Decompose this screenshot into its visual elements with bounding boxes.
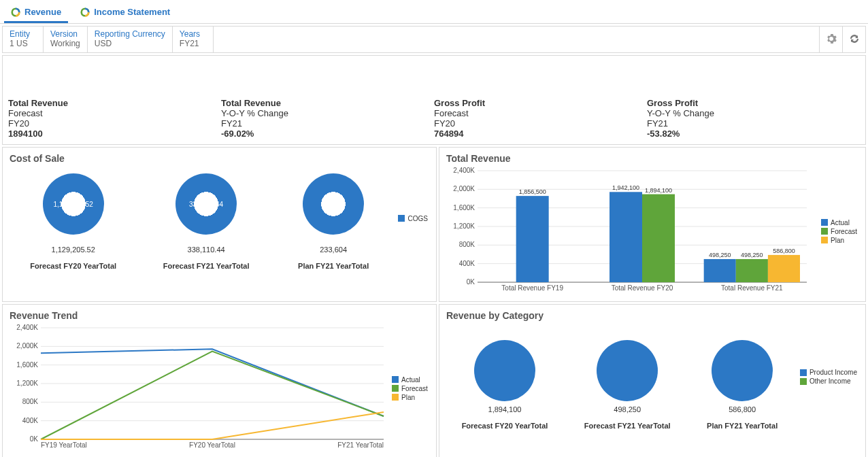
donut-chart: 1,129,205.52 bbox=[43, 173, 104, 235]
svg-text:FY19 YearTotal: FY19 YearTotal bbox=[41, 441, 87, 449]
kpi-title: Total Revenue bbox=[8, 98, 214, 108]
donut-value-label: 1,129,205.52 bbox=[52, 246, 95, 254]
legend-label: Product Income bbox=[809, 369, 857, 376]
legend-item: Actual bbox=[392, 376, 428, 384]
pov-label: Entity bbox=[10, 29, 36, 39]
legend-item: Product Income bbox=[800, 369, 857, 376]
pie-item: 586,800 Plan FY21 YearTotal bbox=[707, 324, 778, 430]
card-title: Revenue Trend bbox=[10, 310, 432, 321]
legend-label: Forecast bbox=[831, 228, 857, 235]
tab-label: Revenue bbox=[24, 7, 61, 17]
kpi-total-revenue-forecast: Total Revenue Forecast FY20 1894100 bbox=[8, 98, 221, 139]
pie-caption: Forecast FY20 YearTotal bbox=[462, 422, 548, 430]
svg-text:1,200K: 1,200K bbox=[16, 379, 38, 387]
pov-version[interactable]: Version Working bbox=[44, 27, 88, 52]
swatch-icon bbox=[392, 385, 399, 392]
donut-chart: 233,604 bbox=[303, 173, 364, 235]
svg-text:2,000K: 2,000K bbox=[453, 185, 475, 192]
line-chart: 0K400K800K1,200K1,600K2,000K2,400KFY19 Y… bbox=[7, 324, 388, 453]
svg-text:Total Revenue FY19: Total Revenue FY19 bbox=[501, 284, 563, 292]
svg-text:1,600K: 1,600K bbox=[16, 361, 38, 369]
legend-label: Forecast bbox=[401, 385, 428, 392]
tab-bar: Revenue Income Statement bbox=[0, 0, 868, 24]
gear-icon bbox=[826, 33, 837, 46]
card-title: Total Revenue bbox=[446, 153, 861, 164]
donut-item: 1,129,205.52 1,129,205.52 Forecast FY20 … bbox=[30, 167, 116, 270]
svg-text:Total Revenue FY21: Total Revenue FY21 bbox=[721, 284, 783, 292]
pov-spacer bbox=[214, 27, 819, 52]
refresh-button[interactable] bbox=[842, 27, 865, 52]
kpi-value: 764894 bbox=[434, 129, 640, 139]
settings-button[interactable] bbox=[819, 27, 842, 52]
pie-caption: Plan FY21 YearTotal bbox=[707, 422, 778, 430]
svg-rect-19 bbox=[610, 192, 642, 282]
legend-item: Actual bbox=[821, 219, 857, 226]
legend-label: COGS bbox=[407, 215, 427, 222]
card-title: Revenue by Category bbox=[446, 310, 861, 321]
svg-text:1,600K: 1,600K bbox=[453, 204, 475, 211]
legend-label: Plan bbox=[831, 237, 844, 244]
legend: Actual Forecast Plan bbox=[817, 167, 861, 296]
svg-text:800K: 800K bbox=[459, 241, 475, 248]
legend-item: Forecast bbox=[392, 385, 428, 392]
svg-text:1,894,100: 1,894,100 bbox=[645, 187, 672, 194]
tab-label: Income Statement bbox=[94, 7, 170, 17]
tab-income-statement[interactable]: Income Statement bbox=[73, 3, 177, 23]
svg-text:FY21 YearTotal: FY21 YearTotal bbox=[337, 441, 384, 449]
svg-text:2,400K: 2,400K bbox=[453, 167, 475, 174]
legend: COGS bbox=[394, 167, 431, 270]
donut-chart-icon bbox=[80, 7, 90, 17]
legend-label: Plan bbox=[401, 394, 415, 401]
swatch-icon bbox=[398, 215, 405, 222]
card-cost-of-sale: Cost of Sale 1,129,205.52 1,129,205.52 F… bbox=[2, 147, 437, 302]
donut-caption: Plan FY21 YearTotal bbox=[298, 262, 369, 270]
card-revenue-trend: Revenue Trend 0K400K800K1,200K1,600K2,00… bbox=[2, 304, 437, 457]
pie-chart bbox=[597, 340, 658, 401]
svg-text:1,200K: 1,200K bbox=[453, 222, 475, 230]
legend: Product Income Other Income bbox=[796, 324, 861, 430]
kpi-value: 1894100 bbox=[8, 129, 214, 139]
pov-label: Reporting Currency bbox=[95, 29, 165, 39]
swatch-icon bbox=[800, 369, 807, 376]
svg-text:400K: 400K bbox=[459, 260, 475, 267]
pov-value: 1 US bbox=[10, 39, 36, 48]
card-title: Cost of Sale bbox=[10, 153, 432, 164]
svg-text:498,250: 498,250 bbox=[741, 252, 763, 258]
kpi-sub1: Forecast bbox=[8, 108, 214, 118]
refresh-icon bbox=[849, 33, 860, 46]
pov-years[interactable]: Years FY21 bbox=[173, 27, 214, 52]
swatch-icon bbox=[821, 237, 828, 243]
svg-text:2,400K: 2,400K bbox=[16, 324, 38, 331]
kpi-sub2: FY21 bbox=[647, 118, 853, 129]
pov-value: FY21 bbox=[180, 39, 206, 48]
kpi-sub1: Forecast bbox=[434, 108, 640, 118]
tab-revenue[interactable]: Revenue bbox=[4, 3, 68, 23]
kpi-gross-profit-yoy: Gross Profit Y-O-Y % Change FY21 -53.82% bbox=[647, 98, 860, 139]
legend-label: Actual bbox=[401, 376, 420, 384]
svg-rect-16 bbox=[516, 196, 549, 282]
svg-text:1,856,500: 1,856,500 bbox=[519, 188, 546, 195]
svg-text:800K: 800K bbox=[22, 398, 39, 405]
legend-label: Actual bbox=[831, 219, 850, 226]
swatch-icon bbox=[392, 376, 399, 383]
donut-value-label: 338,110.44 bbox=[188, 246, 225, 254]
pov-entity[interactable]: Entity 1 US bbox=[3, 27, 44, 52]
kpi-sub1: Y-O-Y % Change bbox=[221, 108, 427, 118]
donut-chart: 338,110.44 bbox=[176, 173, 237, 235]
svg-text:0K: 0K bbox=[30, 435, 39, 443]
legend-item: COGS bbox=[398, 215, 427, 222]
kpi-title: Gross Profit bbox=[434, 98, 640, 108]
bar-chart: 0K400K800K1,200K1,600K2,000K2,400K1,856,… bbox=[444, 167, 817, 296]
kpi-sub2: FY20 bbox=[434, 118, 640, 129]
swatch-icon bbox=[821, 228, 828, 235]
kpi-title: Total Revenue bbox=[221, 98, 427, 108]
donut-chart-icon bbox=[11, 7, 20, 17]
kpi-value: -69.02% bbox=[221, 129, 427, 139]
pov-reporting-currency[interactable]: Reporting Currency USD bbox=[88, 27, 173, 52]
pie-value-label: 1,894,100 bbox=[488, 405, 522, 413]
pov-label: Years bbox=[180, 29, 206, 39]
svg-rect-26 bbox=[736, 259, 768, 282]
donut-item: 233,604 233,604 Plan FY21 YearTotal bbox=[296, 167, 371, 270]
kpi-value: -53.82% bbox=[647, 129, 853, 139]
pie-value-label: 586,800 bbox=[729, 405, 756, 413]
